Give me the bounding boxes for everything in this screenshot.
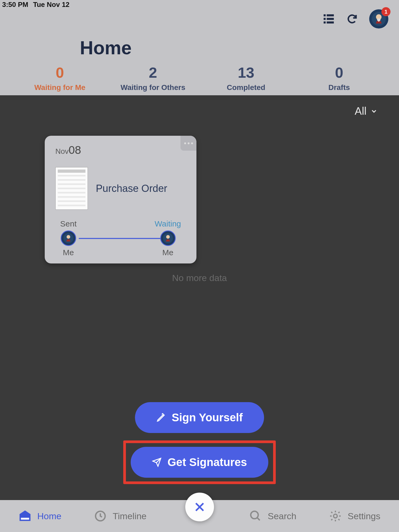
tab-count: 13 [200, 64, 293, 81]
list-view-icon[interactable] [322, 13, 335, 25]
signature-flow: Sent Me Waiting Me [55, 219, 186, 257]
tab-count: 0 [13, 64, 106, 81]
svg-rect-5 [327, 22, 334, 24]
flow-status-sent: Sent [60, 219, 77, 228]
clock-icon [94, 510, 107, 522]
svg-rect-1 [327, 14, 334, 17]
status-date: Tue Nov 12 [33, 1, 69, 9]
nav-timeline-label: Timeline [113, 511, 146, 521]
chevron-down-icon [370, 108, 378, 115]
sender-avatar [61, 230, 76, 246]
nav-search[interactable]: Search [249, 510, 297, 522]
close-icon [193, 501, 206, 513]
sign-yourself-button[interactable]: Sign Yourself [135, 402, 264, 433]
nav-settings-label: Settings [348, 511, 380, 521]
svg-point-16 [334, 514, 337, 518]
send-icon [152, 457, 162, 467]
recipient-avatar [160, 230, 176, 246]
tab-completed[interactable]: 13 Completed [200, 64, 293, 92]
list-end-message: No more data [0, 273, 399, 283]
nav-search-label: Search [268, 511, 297, 521]
action-menu: Sign Yourself Get Signatures [0, 402, 399, 484]
home-icon [19, 510, 31, 522]
tab-label: Drafts [293, 83, 386, 92]
card-month: Nov [55, 147, 69, 155]
nav-home[interactable]: Home [19, 510, 61, 522]
sender-label: Me [60, 248, 77, 257]
svg-rect-0 [324, 14, 326, 17]
tab-count: 2 [106, 64, 200, 81]
recipient-label: Me [155, 248, 181, 257]
gear-icon [329, 510, 342, 522]
pencil-icon [156, 413, 166, 422]
svg-rect-4 [324, 22, 326, 24]
nav-timeline[interactable]: Timeline [94, 510, 146, 522]
card-more-icon[interactable] [180, 136, 196, 151]
notification-badge: 1 [381, 7, 390, 16]
sign-yourself-label: Sign Yourself [172, 411, 243, 424]
svg-point-10 [67, 235, 70, 239]
card-day: 08 [69, 144, 81, 156]
filter-dropdown[interactable]: All [355, 105, 378, 117]
get-signatures-button[interactable]: Get Signatures [131, 447, 268, 478]
header-region: 3:50 PM Tue Nov 12 1 Home 0 Waiting for … [0, 0, 399, 96]
document-title: Purchase Order [96, 183, 167, 194]
close-action-menu-button[interactable] [185, 493, 214, 521]
document-card[interactable]: Nov08 Purchase Order Sent Me Waiting Me [45, 136, 196, 263]
status-bar: 3:50 PM Tue Nov 12 [0, 1, 69, 9]
status-tabs: 0 Waiting for Me 2 Waiting for Others 13… [0, 64, 399, 92]
status-time: 3:50 PM [2, 1, 28, 9]
page-title: Home [80, 37, 131, 59]
filter-label: All [355, 105, 367, 117]
refresh-icon[interactable] [346, 13, 359, 25]
card-date: Nov08 [55, 144, 186, 156]
tab-count: 0 [293, 64, 386, 81]
svg-point-15 [251, 511, 258, 519]
document-thumbnail [55, 167, 88, 210]
nav-home-label: Home [37, 511, 61, 521]
nav-settings[interactable]: Settings [329, 510, 380, 522]
profile-avatar[interactable]: 1 [369, 9, 388, 28]
tab-waiting-for-me[interactable]: 0 Waiting for Me [13, 64, 106, 92]
svg-rect-2 [324, 18, 326, 20]
svg-point-12 [166, 235, 170, 239]
svg-rect-3 [327, 18, 334, 20]
flow-connector [79, 238, 162, 239]
search-icon [249, 510, 262, 522]
flow-status-waiting: Waiting [155, 219, 181, 228]
tab-waiting-for-others[interactable]: 2 Waiting for Others [106, 64, 200, 92]
tab-label: Waiting for Others [106, 83, 200, 92]
get-signatures-label: Get Signatures [167, 456, 247, 469]
tutorial-highlight: Get Signatures [123, 440, 276, 484]
tab-label: Completed [200, 83, 293, 92]
tab-drafts[interactable]: 0 Drafts [293, 64, 386, 92]
tab-label: Waiting for Me [13, 83, 106, 92]
